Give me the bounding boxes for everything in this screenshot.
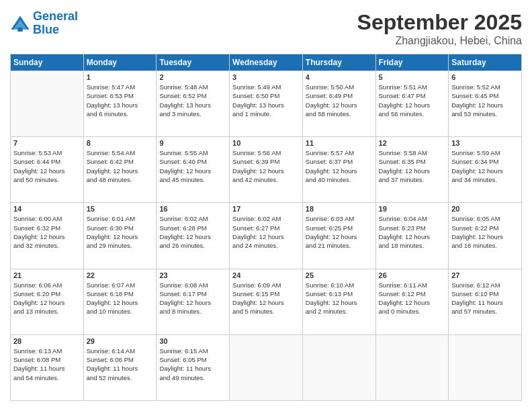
day-info: Sunrise: 6:01 AM Sunset: 6:30 PM Dayligh… — [87, 214, 154, 250]
logo-icon — [10, 13, 30, 34]
header: General Blue September 2025 Zhangjiakou,… — [10, 10, 522, 47]
calendar-header-cell: Wednesday — [230, 54, 303, 71]
calendar: SundayMondayTuesdayWednesdayThursdayFrid… — [10, 54, 522, 401]
day-number: 2 — [159, 73, 226, 81]
day-info: Sunrise: 5:47 AM Sunset: 6:53 PM Dayligh… — [87, 83, 154, 118]
calendar-day-cell — [302, 334, 375, 400]
calendar-day-cell: 17Sunrise: 6:02 AM Sunset: 6:27 PM Dayli… — [230, 203, 303, 269]
day-number: 27 — [451, 271, 519, 279]
calendar-day-cell: 10Sunrise: 5:56 AM Sunset: 6:39 PM Dayli… — [230, 137, 303, 203]
day-info: Sunrise: 5:53 AM Sunset: 6:44 PM Dayligh… — [13, 148, 81, 184]
day-info: Sunrise: 6:12 AM Sunset: 6:10 PM Dayligh… — [451, 281, 519, 316]
day-number: 15 — [87, 205, 154, 213]
day-number: 19 — [379, 205, 446, 213]
day-info: Sunrise: 5:59 AM Sunset: 6:34 PM Dayligh… — [451, 148, 519, 184]
day-number: 1 — [87, 73, 154, 81]
day-number: 30 — [159, 337, 226, 345]
day-number: 26 — [379, 271, 446, 279]
day-info: Sunrise: 5:58 AM Sunset: 6:35 PM Dayligh… — [379, 148, 446, 184]
calendar-day-cell — [375, 334, 449, 400]
day-info: Sunrise: 5:57 AM Sunset: 6:37 PM Dayligh… — [306, 148, 373, 184]
day-number: 18 — [306, 205, 373, 213]
day-number: 3 — [232, 73, 300, 81]
calendar-day-cell: 1Sunrise: 5:47 AM Sunset: 6:53 PM Daylig… — [83, 71, 157, 137]
calendar-day-cell: 25Sunrise: 6:10 AM Sunset: 6:13 PM Dayli… — [302, 269, 375, 334]
day-info: Sunrise: 6:00 AM Sunset: 6:32 PM Dayligh… — [13, 214, 81, 250]
calendar-header-cell: Saturday — [449, 54, 522, 71]
calendar-week-row: 14Sunrise: 6:00 AM Sunset: 6:32 PM Dayli… — [11, 203, 522, 269]
day-number: 17 — [232, 205, 300, 213]
calendar-day-cell: 5Sunrise: 5:51 AM Sunset: 6:47 PM Daylig… — [375, 71, 449, 137]
day-info: Sunrise: 5:48 AM Sunset: 6:52 PM Dayligh… — [159, 83, 226, 118]
day-info: Sunrise: 5:51 AM Sunset: 6:47 PM Dayligh… — [379, 83, 446, 118]
calendar-day-cell: 15Sunrise: 6:01 AM Sunset: 6:30 PM Dayli… — [83, 203, 157, 269]
day-number: 25 — [306, 271, 373, 279]
day-number: 29 — [87, 337, 154, 345]
day-info: Sunrise: 6:14 AM Sunset: 6:06 PM Dayligh… — [87, 347, 154, 382]
day-info: Sunrise: 6:03 AM Sunset: 6:25 PM Dayligh… — [306, 214, 373, 250]
calendar-day-cell: 9Sunrise: 5:55 AM Sunset: 6:40 PM Daylig… — [157, 137, 230, 203]
day-number: 7 — [13, 139, 81, 147]
calendar-day-cell: 27Sunrise: 6:12 AM Sunset: 6:10 PM Dayli… — [449, 269, 522, 334]
logo-line2: Blue — [33, 23, 59, 36]
day-number: 5 — [379, 73, 446, 81]
calendar-week-row: 28Sunrise: 6:13 AM Sunset: 6:08 PM Dayli… — [11, 334, 522, 400]
day-info: Sunrise: 6:07 AM Sunset: 6:18 PM Dayligh… — [87, 281, 154, 316]
day-info: Sunrise: 5:55 AM Sunset: 6:40 PM Dayligh… — [159, 148, 226, 184]
calendar-header-cell: Sunday — [11, 54, 84, 71]
day-number: 28 — [13, 337, 81, 345]
day-number: 13 — [451, 139, 519, 147]
day-info: Sunrise: 6:11 AM Sunset: 6:12 PM Dayligh… — [379, 281, 446, 316]
calendar-day-cell: 13Sunrise: 5:59 AM Sunset: 6:34 PM Dayli… — [449, 137, 522, 203]
calendar-day-cell: 20Sunrise: 6:05 AM Sunset: 6:22 PM Dayli… — [449, 203, 522, 269]
page: General Blue September 2025 Zhangjiakou,… — [0, 0, 532, 411]
day-info: Sunrise: 5:50 AM Sunset: 6:49 PM Dayligh… — [306, 83, 373, 118]
day-number: 22 — [87, 271, 154, 279]
calendar-day-cell — [11, 71, 84, 137]
calendar-header-row: SundayMondayTuesdayWednesdayThursdayFrid… — [11, 54, 522, 71]
calendar-header-cell: Friday — [375, 54, 449, 71]
calendar-header-cell: Monday — [83, 54, 157, 71]
calendar-day-cell: 22Sunrise: 6:07 AM Sunset: 6:18 PM Dayli… — [83, 269, 157, 334]
day-info: Sunrise: 6:04 AM Sunset: 6:23 PM Dayligh… — [379, 214, 446, 250]
day-info: Sunrise: 6:08 AM Sunset: 6:17 PM Dayligh… — [159, 281, 226, 316]
day-number: 8 — [87, 139, 154, 147]
calendar-day-cell — [449, 334, 522, 400]
calendar-day-cell: 18Sunrise: 6:03 AM Sunset: 6:25 PM Dayli… — [302, 203, 375, 269]
day-info: Sunrise: 6:02 AM Sunset: 6:28 PM Dayligh… — [159, 214, 226, 250]
calendar-day-cell: 19Sunrise: 6:04 AM Sunset: 6:23 PM Dayli… — [375, 203, 449, 269]
day-number: 4 — [306, 73, 373, 81]
calendar-week-row: 7Sunrise: 5:53 AM Sunset: 6:44 PM Daylig… — [11, 137, 522, 203]
day-number: 20 — [451, 205, 519, 213]
day-info: Sunrise: 5:56 AM Sunset: 6:39 PM Dayligh… — [232, 148, 300, 184]
day-info: Sunrise: 6:05 AM Sunset: 6:22 PM Dayligh… — [451, 214, 519, 250]
day-info: Sunrise: 6:06 AM Sunset: 6:20 PM Dayligh… — [13, 281, 81, 316]
calendar-day-cell: 6Sunrise: 5:52 AM Sunset: 6:45 PM Daylig… — [449, 71, 522, 137]
calendar-day-cell: 29Sunrise: 6:14 AM Sunset: 6:06 PM Dayli… — [83, 334, 157, 400]
day-number: 21 — [13, 271, 81, 279]
day-info: Sunrise: 6:02 AM Sunset: 6:27 PM Dayligh… — [232, 214, 300, 250]
month-title: September 2025 — [357, 10, 522, 35]
location: Zhangjiakou, Hebei, China — [357, 35, 522, 47]
calendar-day-cell: 7Sunrise: 5:53 AM Sunset: 6:44 PM Daylig… — [11, 137, 84, 203]
logo: General Blue — [10, 10, 78, 37]
day-info: Sunrise: 5:52 AM Sunset: 6:45 PM Dayligh… — [451, 83, 519, 118]
calendar-day-cell: 3Sunrise: 5:49 AM Sunset: 6:50 PM Daylig… — [230, 71, 303, 137]
day-number: 6 — [451, 73, 519, 81]
day-info: Sunrise: 6:15 AM Sunset: 6:05 PM Dayligh… — [159, 347, 226, 382]
day-number: 24 — [232, 271, 300, 279]
calendar-week-row: 21Sunrise: 6:06 AM Sunset: 6:20 PM Dayli… — [11, 269, 522, 334]
svg-rect-2 — [17, 28, 23, 32]
calendar-day-cell: 24Sunrise: 6:09 AM Sunset: 6:15 PM Dayli… — [230, 269, 303, 334]
calendar-day-cell: 4Sunrise: 5:50 AM Sunset: 6:49 PM Daylig… — [302, 71, 375, 137]
day-info: Sunrise: 5:49 AM Sunset: 6:50 PM Dayligh… — [232, 83, 300, 118]
calendar-day-cell: 14Sunrise: 6:00 AM Sunset: 6:32 PM Dayli… — [11, 203, 84, 269]
day-info: Sunrise: 6:10 AM Sunset: 6:13 PM Dayligh… — [306, 281, 373, 316]
calendar-day-cell: 30Sunrise: 6:15 AM Sunset: 6:05 PM Dayli… — [157, 334, 230, 400]
calendar-day-cell: 11Sunrise: 5:57 AM Sunset: 6:37 PM Dayli… — [302, 137, 375, 203]
calendar-day-cell: 16Sunrise: 6:02 AM Sunset: 6:28 PM Dayli… — [157, 203, 230, 269]
calendar-day-cell: 12Sunrise: 5:58 AM Sunset: 6:35 PM Dayli… — [375, 137, 449, 203]
calendar-day-cell: 26Sunrise: 6:11 AM Sunset: 6:12 PM Dayli… — [375, 269, 449, 334]
logo-text: General Blue — [33, 10, 78, 37]
day-number: 16 — [159, 205, 226, 213]
